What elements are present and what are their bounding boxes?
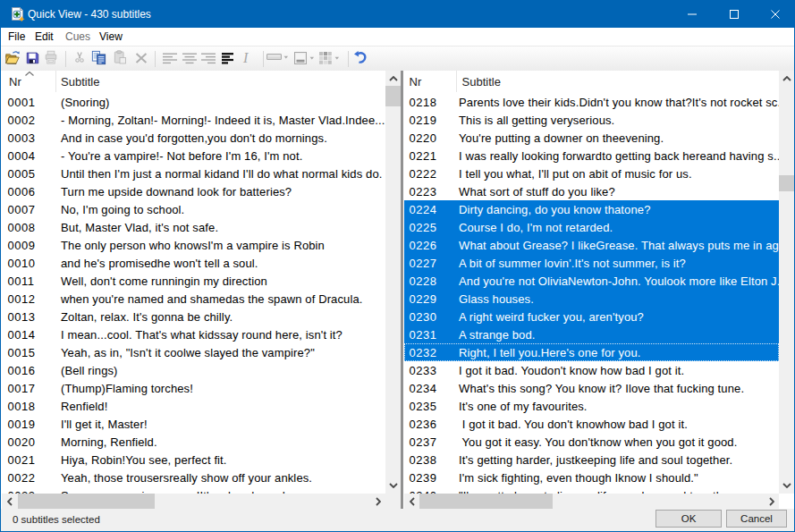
svg-text:I: I bbox=[242, 51, 249, 65]
